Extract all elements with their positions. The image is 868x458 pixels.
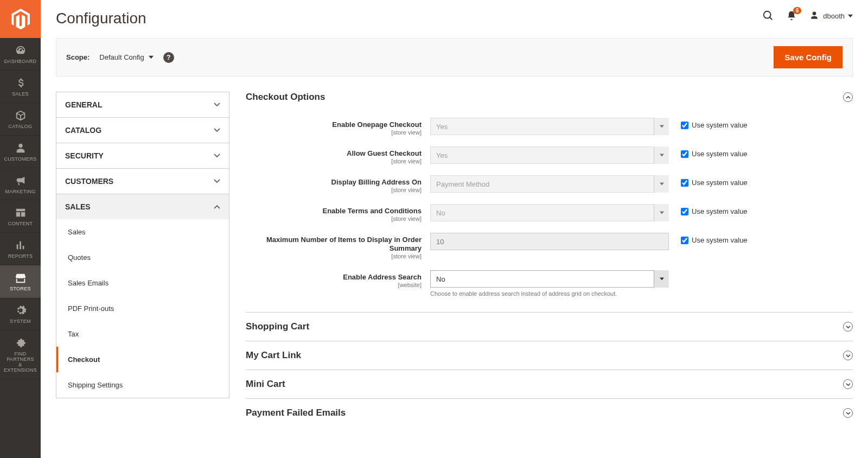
gear-icon	[15, 304, 27, 316]
nav-label: CUSTOMERS	[4, 157, 36, 162]
bar-chart-icon	[15, 239, 27, 251]
use-system-label: Use system value	[692, 121, 748, 129]
nav-label: REPORTS	[8, 254, 33, 259]
nav-partners[interactable]: FIND PARTNERS & EXTENSIONS	[0, 330, 41, 379]
person-icon	[15, 142, 27, 154]
section-checkout-options-head[interactable]: Checkout Options	[246, 92, 853, 106]
expand-icon	[843, 322, 853, 332]
nav-label: SYSTEM	[10, 319, 31, 325]
notification-badge: 6	[793, 7, 802, 14]
megaphone-icon	[15, 175, 27, 187]
user-menu[interactable]: dbooth	[809, 10, 853, 21]
nav-content[interactable]: CONTENT	[0, 200, 41, 233]
billing-select: Payment Method	[430, 175, 669, 193]
field-scope: [store view]	[246, 253, 422, 259]
sub-item-shipping-settings[interactable]: Shipping Settings	[56, 372, 229, 398]
help-icon[interactable]: ?	[163, 52, 174, 63]
nav-catalog[interactable]: CATALOG	[0, 103, 41, 136]
config-section-label: CATALOG	[65, 126, 101, 135]
nav-customers[interactable]: CUSTOMERS	[0, 136, 41, 168]
chevron-down-icon	[214, 152, 220, 159]
nav-marketing[interactable]: MARKETING	[0, 168, 41, 201]
nav-label: FIND PARTNERS & EXTENSIONS	[2, 352, 39, 373]
field-label: Enable Address Search	[343, 273, 422, 281]
config-section-general[interactable]: GENERAL	[56, 92, 229, 117]
notifications-button[interactable]: 6	[786, 10, 797, 21]
field-label: Allow Guest Checkout	[347, 149, 422, 157]
field-label: Maximum Number of Items to Display in Or…	[266, 236, 422, 252]
config-main: Checkout Options Enable Onepage Checkout…	[246, 92, 853, 427]
nav-system[interactable]: SYSTEM	[0, 298, 41, 330]
search-button[interactable]	[762, 10, 774, 22]
terms-use-system-checkbox[interactable]	[681, 208, 688, 215]
section-shopping-cart[interactable]: Shopping Cart	[246, 312, 853, 341]
layout-icon	[15, 207, 27, 219]
section-payment-failed-emails[interactable]: Payment Failed Emails	[246, 398, 853, 427]
scope-selector[interactable]: Default Config	[99, 53, 153, 61]
sub-item-pdf-printouts[interactable]: PDF Print-outs	[56, 296, 229, 321]
terms-select: No	[430, 204, 669, 221]
section-title: Payment Failed Emails	[246, 408, 346, 418]
save-config-button[interactable]: Save Config	[774, 46, 843, 68]
field-note: Choose to enable address search instead …	[430, 290, 669, 297]
header-actions: 6 dbooth	[762, 10, 853, 22]
guest-use-system-checkbox[interactable]	[681, 150, 688, 158]
section-title: My Cart Link	[246, 350, 301, 361]
scope-label: Scope:	[66, 53, 90, 61]
svg-line-1	[770, 17, 773, 20]
maxitems-use-system-checkbox[interactable]	[681, 237, 688, 244]
field-scope: [store view]	[246, 215, 422, 222]
section-my-cart-link[interactable]: My Cart Link	[246, 341, 853, 370]
onepage-select: Yes	[430, 118, 669, 135]
sub-item-sales-emails[interactable]: Sales Emails	[56, 270, 229, 296]
chevron-up-icon	[214, 203, 220, 210]
expand-icon	[843, 379, 853, 389]
nav-stores[interactable]: STORES	[0, 265, 41, 298]
field-scope: [website]	[246, 282, 422, 288]
use-system-label: Use system value	[692, 207, 748, 215]
collapse-icon	[843, 92, 853, 102]
scope-bar: Scope: Default Config ? Save Config	[56, 38, 853, 77]
page-title: Configuration	[56, 10, 146, 27]
magento-logo[interactable]	[0, 0, 41, 38]
field-terms: Enable Terms and Conditions [store view]…	[246, 204, 853, 222]
nav-reports[interactable]: REPORTS	[0, 233, 41, 265]
config-section-catalog[interactable]: CATALOG	[56, 117, 229, 143]
username: dbooth	[823, 12, 845, 20]
store-icon	[15, 272, 27, 284]
box-icon	[15, 110, 27, 122]
chevron-down-icon	[214, 127, 220, 133]
sub-item-tax[interactable]: Tax	[56, 321, 229, 347]
nav-label: CATALOG	[9, 124, 33, 130]
config-section-label: CUSTOMERS	[65, 177, 113, 186]
config-section-customers[interactable]: CUSTOMERS	[56, 168, 229, 194]
chevron-down-icon	[848, 14, 853, 18]
section-mini-cart[interactable]: Mini Cart	[246, 370, 853, 398]
expand-icon	[843, 351, 853, 360]
checkout-options-fieldset: Enable Onepage Checkout [store view] Yes…	[246, 118, 853, 297]
field-address-search: Enable Address Search [website] No Choos…	[246, 270, 853, 297]
billing-use-system-checkbox[interactable]	[681, 179, 688, 187]
use-system-label: Use system value	[692, 150, 748, 158]
chevron-down-icon	[149, 55, 154, 60]
section-title: Mini Cart	[246, 379, 285, 390]
sub-item-sales[interactable]: Sales	[56, 219, 229, 245]
nav-label: SALES	[12, 92, 29, 97]
field-maxitems: Maximum Number of Items to Display in Or…	[246, 233, 853, 259]
config-section-sales-head[interactable]: SALES	[56, 194, 229, 219]
nav-dashboard[interactable]: DASHBOARD	[0, 38, 41, 71]
address-search-select[interactable]: No	[430, 270, 669, 288]
use-system-label: Use system value	[692, 236, 748, 244]
config-section-label: SECURITY	[65, 151, 104, 160]
sub-item-checkout[interactable]: Checkout	[56, 347, 229, 372]
puzzle-icon	[15, 337, 27, 349]
field-billing: Display Billing Address On [store view] …	[246, 175, 853, 193]
gauge-icon	[15, 44, 27, 56]
config-section-security[interactable]: SECURITY	[56, 143, 229, 168]
field-enable-onepage: Enable Onepage Checkout [store view] Yes…	[246, 118, 853, 136]
sub-item-quotes[interactable]: Quotes	[56, 245, 229, 270]
config-section-label: SALES	[65, 202, 91, 211]
onepage-use-system-checkbox[interactable]	[681, 122, 688, 129]
magento-logo-icon	[11, 9, 30, 29]
nav-sales[interactable]: SALES	[0, 71, 41, 103]
